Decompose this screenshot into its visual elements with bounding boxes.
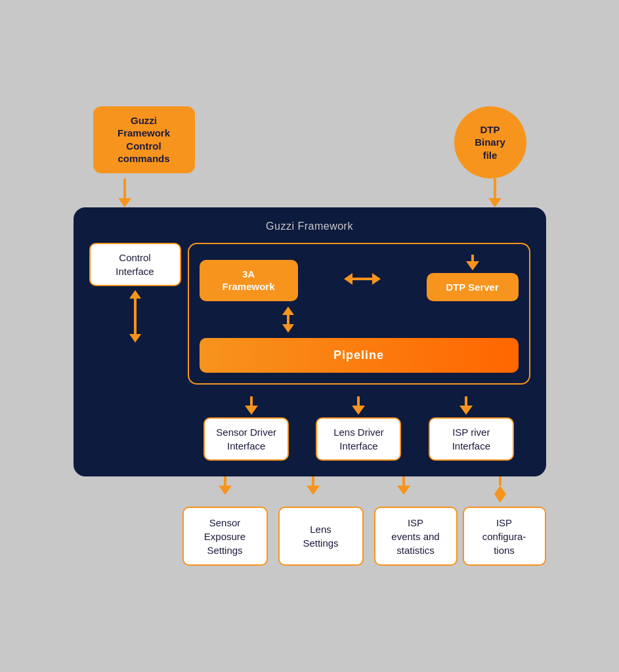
gap bbox=[270, 507, 276, 566]
bottom-boxes-row: Sensor Exposure Settings Lens Settings I… bbox=[74, 507, 546, 566]
diagram-container: Guzzi Framework Control commands DTP Bin… bbox=[54, 41, 566, 631]
right-arrow-head bbox=[372, 273, 381, 285]
framework-label: Guzzi Framework bbox=[89, 220, 530, 232]
driver-interfaces-row: Sensor Driver Interface Lens Driver Inte… bbox=[188, 417, 530, 461]
guzzi-control-label: Guzzi Framework Control commands bbox=[117, 115, 170, 165]
bidirectional-arrow bbox=[129, 290, 141, 343]
pipeline-box: Pipeline bbox=[200, 338, 519, 373]
arrow-line-right bbox=[494, 178, 496, 198]
inner-area: 3A Framework bbox=[188, 243, 530, 461]
isp-events-box: ISP events and statistics bbox=[374, 507, 458, 566]
lens-settings-box: Lens Settings bbox=[278, 507, 364, 566]
isp1-line bbox=[402, 476, 405, 486]
sensor-bottom-arrow-col bbox=[182, 476, 268, 503]
isp-split-arrows bbox=[358, 476, 546, 503]
pipeline-up-arrow bbox=[282, 306, 294, 315]
top-external-row: Guzzi Framework Control commands DTP Bin… bbox=[74, 106, 546, 178]
isp2-down-arrow bbox=[494, 494, 506, 503]
h-arrow-line bbox=[352, 278, 372, 280]
dtp-top-line bbox=[471, 255, 474, 261]
isp1-arrow bbox=[397, 486, 410, 495]
lens-line bbox=[357, 396, 360, 406]
main-content-row: Control Interface bbox=[89, 243, 530, 461]
aa-to-pipeline-arrow bbox=[239, 306, 337, 333]
aa-framework-label: 3A Framework bbox=[222, 268, 274, 293]
isp-bottom-boxes: ISP events and statistics ISP configura-… bbox=[374, 507, 546, 566]
isp2-line bbox=[499, 476, 502, 486]
lens-bottom-arrow bbox=[307, 486, 320, 495]
isp-driver-label: ISP river Interface bbox=[452, 427, 490, 452]
sensor-line bbox=[250, 396, 253, 406]
aa-framework-box: 3A Framework bbox=[200, 260, 298, 301]
pipeline-to-drivers-arrows bbox=[188, 396, 530, 415]
isp-line bbox=[465, 396, 467, 406]
top-arrows-row bbox=[74, 178, 546, 207]
sensor-driver-label: Sensor Driver Interface bbox=[216, 427, 276, 452]
guzzi-arrow bbox=[118, 178, 131, 207]
aa-col: 3A Framework bbox=[200, 255, 298, 301]
isp-config-label: ISP configura- tions bbox=[482, 516, 526, 557]
isp-arrow-col bbox=[459, 396, 473, 415]
lens-driver-box: Lens Driver Interface bbox=[316, 417, 401, 461]
arrow-v-line-ctrl bbox=[134, 299, 137, 334]
aa-dtp-row: 3A Framework bbox=[200, 255, 519, 302]
isp-config-box: ISP configura- tions bbox=[463, 507, 546, 566]
sensor-arrow-col bbox=[245, 396, 258, 415]
dtp-binary-label: DTP Binary file bbox=[475, 123, 505, 162]
arrow-head-right bbox=[488, 198, 502, 207]
left-arrow-head bbox=[344, 273, 352, 285]
gap2 bbox=[366, 507, 372, 566]
double-arrow-h bbox=[344, 273, 381, 285]
isp2-up-arrow bbox=[494, 486, 506, 494]
driver-to-bottom-arrows bbox=[74, 476, 546, 503]
sensor-exposure-box: Sensor Exposure Settings bbox=[182, 507, 268, 566]
dtp-server-box: DTP Server bbox=[427, 273, 519, 302]
lens-arrow-col bbox=[352, 396, 365, 415]
isp-arrow1-col bbox=[358, 476, 450, 503]
pipeline-down-arrow bbox=[282, 324, 294, 333]
dtp-server-col: DTP Server bbox=[427, 255, 519, 302]
control-interface-box: Control Interface bbox=[89, 243, 181, 286]
arrow-head-left bbox=[118, 198, 131, 207]
lens-settings-label: Lens Settings bbox=[303, 522, 338, 550]
lens-arrow-down bbox=[352, 406, 365, 415]
lens-bottom-line bbox=[312, 476, 314, 486]
sensor-bottom-arrow bbox=[219, 486, 232, 495]
control-interface-label: Control Interface bbox=[116, 252, 154, 277]
lens-bottom-arrow-col bbox=[270, 476, 356, 503]
sensor-bottom-line bbox=[224, 476, 226, 486]
arrow-down-ctrl bbox=[129, 334, 141, 343]
guzzi-control-box: Guzzi Framework Control commands bbox=[93, 106, 195, 173]
sensor-arrow-down bbox=[245, 406, 258, 415]
inner-bordered-box: 3A Framework bbox=[188, 243, 530, 385]
sensor-exposure-label: Sensor Exposure Settings bbox=[204, 516, 245, 557]
diagram-inner: Guzzi Framework Control commands DTP Bin… bbox=[74, 106, 546, 566]
dtp-binary-box: DTP Binary file bbox=[454, 106, 526, 178]
arrow-line-left bbox=[123, 178, 126, 198]
sensor-driver-box: Sensor Driver Interface bbox=[203, 417, 289, 461]
pipeline-v-line bbox=[287, 315, 289, 324]
dtp-top-arrow bbox=[466, 261, 479, 270]
left-column: Control Interface bbox=[89, 243, 181, 343]
framework-box: Guzzi Framework Control Interface bbox=[74, 207, 546, 477]
pipeline-label: Pipeline bbox=[333, 348, 384, 362]
dtp-arrow bbox=[488, 178, 502, 207]
isp-events-label: ISP events and statistics bbox=[391, 516, 439, 557]
lens-driver-label: Lens Driver Interface bbox=[333, 427, 384, 452]
isp-driver-box: ISP river Interface bbox=[429, 417, 514, 461]
isp-arrow-down bbox=[459, 406, 473, 415]
dtp-server-label: DTP Server bbox=[446, 282, 499, 293]
arrow-up bbox=[129, 290, 141, 299]
isp-arrow2-col bbox=[455, 476, 546, 503]
